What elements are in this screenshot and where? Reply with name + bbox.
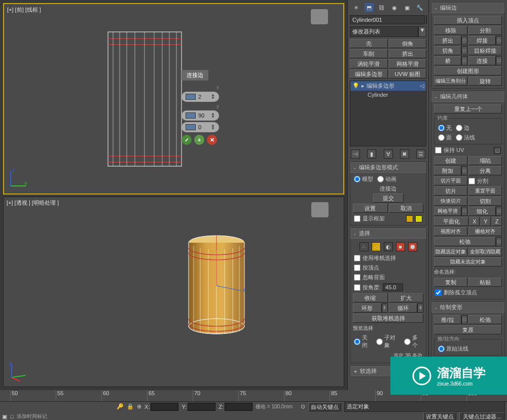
btn-tessellate[interactable]: 细化 xyxy=(468,207,496,216)
chk-usestack[interactable] xyxy=(354,255,360,261)
btn-getstack[interactable]: 获取堆栈选择 xyxy=(353,314,423,323)
radio-model[interactable]: 模型 xyxy=(354,175,373,183)
pinch-spinner[interactable]: 90▲▼ xyxy=(182,110,219,121)
angle-spinner[interactable]: 45.0 xyxy=(383,283,403,291)
btn-meshsmooth[interactable]: 网格平滑 xyxy=(389,59,427,68)
expand-icon[interactable]: ▸ xyxy=(361,83,365,89)
btn-commit[interactable]: 提交 xyxy=(373,194,404,203)
btn-viewalign[interactable]: 视图对齐 xyxy=(434,227,467,236)
btn-uvwmap[interactable]: UVW 贴图 xyxy=(389,69,427,79)
btn-turn[interactable]: 旋转 xyxy=(468,77,502,86)
key-icon[interactable]: 🔑 xyxy=(117,403,124,410)
display-tab-icon[interactable]: ▣ xyxy=(403,3,412,12)
viewport-perspective[interactable]: [+] [透视 ] [明暗处理 ] xyxy=(3,197,344,387)
chk-deleteisolated[interactable] xyxy=(435,289,442,296)
btn-gridalign[interactable]: 栅格对齐 xyxy=(468,227,502,236)
cylinder-shaded[interactable]: y z xyxy=(186,235,247,336)
viewport-top[interactable]: [+] [前] [线框 ] xyxy=(3,3,344,195)
motion-tab-icon[interactable]: ◉ xyxy=(390,3,399,12)
sel-poly-icon[interactable]: ■ xyxy=(396,242,405,251)
x-coord-input[interactable] xyxy=(151,403,178,411)
btn-makeplanar[interactable]: 平面化 xyxy=(434,217,468,226)
lock-icon[interactable]: 🔒 xyxy=(127,403,134,410)
btn-pushpull[interactable]: 推/拉 xyxy=(434,315,461,324)
hierarchy-tab-icon[interactable]: ⛓ xyxy=(377,3,386,12)
btn-keyfilter[interactable]: 关键点过滤器... xyxy=(459,412,505,420)
btn-shell[interactable]: 壳 xyxy=(350,39,388,48)
btn-extrude[interactable]: 挤出 xyxy=(434,36,461,45)
cage-color1[interactable] xyxy=(406,215,413,222)
btn-connect[interactable]: 连接 xyxy=(468,56,496,65)
btn-copy[interactable]: 复制 xyxy=(434,278,467,287)
sel-edge-icon[interactable]: ◁ xyxy=(372,242,381,251)
btn-remove[interactable]: 移除 xyxy=(434,26,467,35)
btn-ring[interactable]: 环形 xyxy=(353,303,382,313)
btn-relax[interactable]: 松弛 xyxy=(434,237,496,246)
stack-editpoly[interactable]: 💡 ▸ 编辑多边形 ◁ xyxy=(350,81,426,91)
make-unique-icon[interactable]: ∀ xyxy=(384,149,393,159)
btn-insertvert[interactable]: 插入顶点 xyxy=(434,16,502,25)
chk-preserveuv[interactable] xyxy=(435,147,442,154)
btn-relax2[interactable]: 松弛 xyxy=(468,315,502,324)
btn-cancel[interactable]: 取消 xyxy=(389,204,424,213)
btn-repeat[interactable]: 重复上一个 xyxy=(434,104,502,113)
btn-resetplane[interactable]: 重置平面 xyxy=(468,186,502,196)
btn-chamfer-mod[interactable]: 倒角 xyxy=(389,39,427,48)
btn-extrude-mod[interactable]: 挤出 xyxy=(389,49,427,58)
radio-subobj[interactable]: 子对象 xyxy=(376,334,400,349)
chk-showcage[interactable] xyxy=(354,215,360,222)
btn-chamfer[interactable]: 切角 xyxy=(434,46,461,55)
popup-cancel[interactable]: ✕ xyxy=(207,135,217,145)
btn-createshape[interactable]: 创建图形 xyxy=(434,66,502,75)
chk-byangle[interactable] xyxy=(354,284,360,291)
sel-border-icon[interactable]: ◐ xyxy=(384,242,393,251)
radio-multi[interactable]: 多个 xyxy=(404,334,422,349)
btn-collapse[interactable]: 塌陷 xyxy=(468,156,502,165)
btn-hidesel[interactable]: 隐藏选定对象 xyxy=(434,247,467,256)
btn-grow[interactable]: 扩大 xyxy=(389,293,424,302)
timetag-label[interactable]: 添加时间标记 xyxy=(17,413,47,420)
bulb-icon[interactable]: 💡 xyxy=(352,83,359,89)
z-coord-input[interactable] xyxy=(225,403,252,411)
dropdown-arrow[interactable]: ▼ xyxy=(418,26,426,37)
btn-lathe[interactable]: 车削 xyxy=(350,49,388,58)
btn-editpoly[interactable]: 编辑多边形 xyxy=(350,69,388,79)
btn-planar-y[interactable]: Y xyxy=(481,217,491,226)
btn-revert[interactable]: 复原 xyxy=(434,325,502,334)
btn-autokey[interactable]: 自动关键点 xyxy=(308,402,341,411)
segments-spinner[interactable]: 2▲▼ xyxy=(182,92,219,102)
btn-create[interactable]: 创建 xyxy=(434,156,467,165)
chk-byvertex[interactable] xyxy=(354,264,360,271)
remove-mod-icon[interactable]: ✖ xyxy=(400,149,409,159)
coord-toggle-icon[interactable]: ⊕ xyxy=(137,403,141,410)
popup-ok[interactable]: ✓ xyxy=(182,135,192,145)
btn-slice[interactable]: 切片 xyxy=(434,186,467,196)
btn-planar-x[interactable]: X xyxy=(469,217,480,226)
selobj-dropdown[interactable]: 选定对象 xyxy=(344,401,505,412)
viewcube-top[interactable] xyxy=(311,9,328,24)
btn-quickslice[interactable]: 快速切片 xyxy=(434,197,467,206)
btn-bridge[interactable]: 桥 xyxy=(434,56,461,65)
modify-tab-icon[interactable]: ⬒ xyxy=(365,3,374,12)
radio-anim[interactable]: 动画 xyxy=(377,175,396,183)
btn-setkey[interactable]: 设置关键点 xyxy=(423,412,456,420)
create-tab-icon[interactable]: ✳ xyxy=(352,3,361,12)
btn-attach[interactable]: 附加 xyxy=(434,166,461,175)
btn-cut[interactable]: 切割 xyxy=(468,197,502,206)
btn-settings[interactable]: 设置 xyxy=(353,204,388,213)
btn-unhideall[interactable]: 全部取消隐藏 xyxy=(468,247,502,256)
wireframe-cylinder[interactable] xyxy=(105,29,184,169)
btn-paste[interactable]: 粘贴 xyxy=(468,278,502,287)
modifier-stack[interactable]: 💡 ▸ 编辑多边形 ◁ Cylinder xyxy=(350,81,426,146)
y-coord-input[interactable] xyxy=(188,403,215,411)
rollout-toggle[interactable]: - xyxy=(354,165,356,171)
slide-spinner[interactable]: 0▲▼ xyxy=(182,122,219,132)
show-end-result-icon[interactable]: ▮ xyxy=(367,149,376,159)
btn-turbosmooth[interactable]: 涡轮平滑 xyxy=(350,59,388,68)
radio-off[interactable]: 关闭 xyxy=(354,334,372,349)
key-lock-icon[interactable]: ⊙ xyxy=(301,403,305,410)
btn-targetweld[interactable]: 目标焊接 xyxy=(468,46,502,55)
configure-icon[interactable]: ☰ xyxy=(416,149,425,159)
btn-edittri[interactable]: 编辑三角剖分 xyxy=(434,77,467,86)
btn-msmooth[interactable]: 网格平滑 xyxy=(434,207,461,216)
